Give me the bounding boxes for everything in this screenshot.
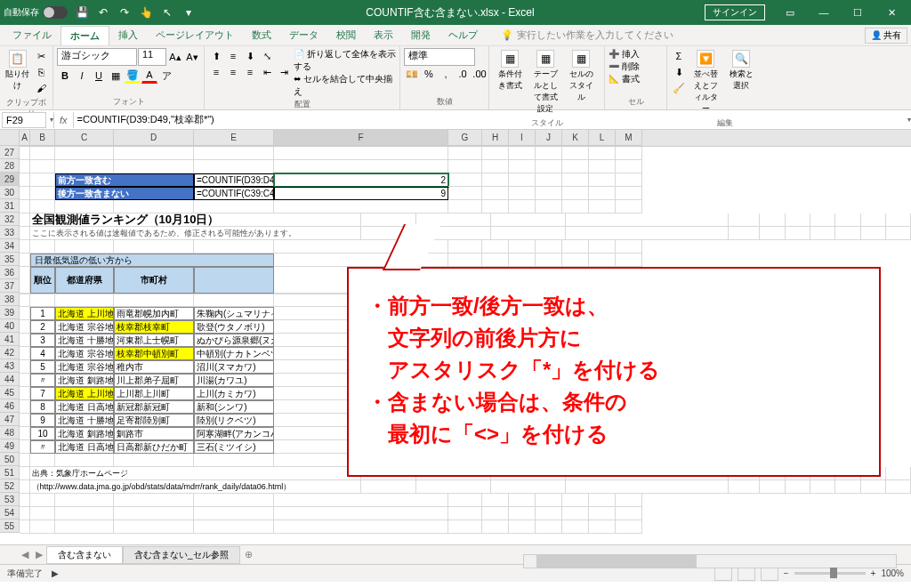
cell-B28[interactable] <box>30 160 55 173</box>
cell-G29[interactable] <box>448 173 482 187</box>
align-left-icon[interactable]: ≡ <box>208 64 224 80</box>
row-header-27[interactable]: 27 <box>0 146 20 159</box>
align-center-icon[interactable]: ≡ <box>225 64 241 80</box>
cell-D49[interactable]: 日高郡新ひだか町 <box>114 440 194 454</box>
cell-B40[interactable]: 2 <box>30 320 55 334</box>
cell-D43[interactable]: 稚内市 <box>114 360 194 374</box>
cell-A52[interactable] <box>20 480 30 494</box>
cell-H55[interactable] <box>482 520 509 534</box>
cell-K35[interactable] <box>562 254 589 267</box>
cell-B41[interactable]: 3 <box>30 334 55 347</box>
row-header-34[interactable]: 34 <box>0 239 20 253</box>
increase-font-icon[interactable]: A▴ <box>167 49 183 65</box>
row-header-50[interactable]: 50 <box>0 453 20 466</box>
row-header-54[interactable]: 54 <box>0 506 20 520</box>
currency-icon[interactable]: 💴 <box>404 66 420 82</box>
cell-D44[interactable]: 川上郡弟子屈町 <box>114 374 194 387</box>
cell-L52[interactable] <box>861 480 886 494</box>
fill-icon[interactable]: ⬇ <box>671 64 687 80</box>
tab-next-icon[interactable]: ▶ <box>32 549 46 560</box>
cell-A50[interactable] <box>20 454 30 467</box>
row-header-43[interactable]: 43 <box>0 359 20 373</box>
align-right-icon[interactable]: ≡ <box>242 64 258 80</box>
cell-D40[interactable]: 枝幸郡枝幸町 <box>114 320 194 334</box>
cell-C45[interactable]: 北海道 上川地方 <box>55 387 114 400</box>
cell-H35[interactable] <box>482 254 509 267</box>
font-size-select[interactable]: 11 <box>138 48 166 66</box>
cell-M31[interactable] <box>616 200 642 213</box>
cell-B36[interactable]: 順位 <box>30 267 55 294</box>
zoom-out-icon[interactable]: − <box>784 568 789 578</box>
cell-E48[interactable]: 阿寒湖畔(アカンコハン) <box>194 427 274 440</box>
cell-L33[interactable] <box>861 227 886 240</box>
cell-C27[interactable] <box>55 147 114 160</box>
comma-icon[interactable]: , <box>438 66 454 82</box>
col-header-B[interactable]: B <box>30 130 55 146</box>
cell-I54[interactable] <box>509 507 536 520</box>
cell-H29[interactable] <box>482 173 509 187</box>
cell-I28[interactable] <box>509 160 536 173</box>
cell-F55[interactable] <box>274 520 448 534</box>
cell-D41[interactable]: 河東郡上士幌町 <box>114 334 194 347</box>
macro-record-icon[interactable]: ▶ <box>52 568 59 578</box>
menu-data[interactable]: データ <box>280 26 327 44</box>
cell-L54[interactable] <box>589 507 616 520</box>
autosave-toggle[interactable]: 自動保存 <box>4 6 68 19</box>
cell-I33[interactable] <box>786 227 810 240</box>
italic-icon[interactable]: I <box>74 68 90 84</box>
cell-B27[interactable] <box>30 147 55 160</box>
cell-G32[interactable] <box>729 213 761 227</box>
format-cells-button[interactable]: 📐 書式 <box>609 73 640 85</box>
cell-C48[interactable]: 北海道 釧路地方 <box>55 427 114 440</box>
cell-B42[interactable]: 4 <box>30 347 55 360</box>
tell-me-search[interactable]: 💡 実行したい作業を入力してください <box>501 28 673 42</box>
cell-H54[interactable] <box>482 507 509 520</box>
row-header-53[interactable]: 53 <box>0 493 20 506</box>
cell-B48[interactable]: 10 <box>30 427 55 440</box>
row-header-45[interactable]: 45 <box>0 386 20 399</box>
align-bottom-icon[interactable]: ⬇ <box>242 48 258 64</box>
row-header-28[interactable]: 28 <box>0 159 20 173</box>
col-header-G[interactable]: G <box>448 130 482 146</box>
cell-L53[interactable] <box>589 494 616 507</box>
cell-I31[interactable] <box>509 200 536 213</box>
cell-G28[interactable] <box>448 160 482 173</box>
cell-D48[interactable]: 釧路市 <box>114 427 194 440</box>
row-header-46[interactable]: 46 <box>0 399 20 413</box>
cell-B54[interactable] <box>30 507 55 520</box>
toggle-off-icon[interactable] <box>43 6 68 19</box>
cell-C52[interactable] <box>361 480 416 494</box>
cell-F31[interactable] <box>274 200 448 213</box>
cell-E29[interactable]: =COUNTIF(D39:D49,"枝幸郡*") <box>194 173 274 187</box>
cell-C53[interactable] <box>55 494 114 507</box>
font-name-select[interactable]: 游ゴシック <box>57 48 137 66</box>
col-header-A[interactable]: A <box>20 130 30 146</box>
wrap-text-button[interactable]: 📄 折り返して全体を表示する <box>294 48 396 73</box>
cell-I35[interactable] <box>509 254 536 267</box>
formula-expand-icon[interactable]: ▾ <box>907 116 911 124</box>
cell-G55[interactable] <box>448 520 482 534</box>
menu-file[interactable]: ファイル <box>4 26 60 44</box>
cell-H33[interactable] <box>760 227 785 240</box>
cell-B55[interactable] <box>30 520 55 534</box>
cell-A30[interactable] <box>20 187 30 200</box>
increase-decimal-icon[interactable]: .0 <box>455 66 471 82</box>
cell-A49[interactable] <box>20 440 30 454</box>
row-header-38[interactable]: 38 <box>0 293 20 306</box>
add-sheet-icon[interactable]: ⊕ <box>240 549 258 560</box>
cell-H52[interactable] <box>760 480 785 494</box>
cell-A29[interactable] <box>20 173 30 187</box>
cell-D42[interactable]: 枝幸郡中頓別町 <box>114 347 194 360</box>
cell-C49[interactable]: 北海道 日高地方 <box>55 440 114 454</box>
row-header-30[interactable]: 30 <box>0 186 20 199</box>
cell-K33[interactable] <box>835 227 860 240</box>
cell-H53[interactable] <box>482 494 509 507</box>
menu-help[interactable]: ヘルプ <box>439 26 487 44</box>
cell-G27[interactable] <box>448 147 482 160</box>
cell-I29[interactable] <box>509 173 536 187</box>
sheet-tab-active[interactable]: 含む含まない <box>46 546 123 564</box>
cell-E41[interactable]: ぬかびら源泉郷(ヌカビラ <box>194 334 274 347</box>
cell-C34[interactable] <box>55 240 114 254</box>
cell-M54[interactable] <box>616 507 642 520</box>
cell-E46[interactable]: 新和(シンワ) <box>194 400 274 414</box>
